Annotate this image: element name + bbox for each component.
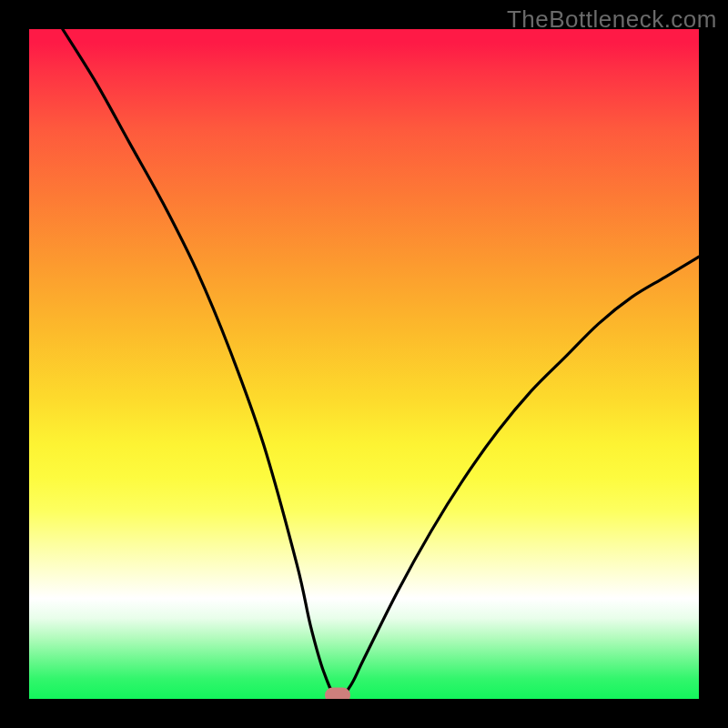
curve-svg bbox=[29, 29, 699, 699]
bottleneck-curve bbox=[63, 29, 699, 699]
optimal-point-marker bbox=[325, 688, 350, 700]
chart-container: { "watermark": "TheBottleneck.com", "col… bbox=[0, 0, 728, 728]
plot-area bbox=[29, 29, 699, 699]
watermark-text: TheBottleneck.com bbox=[507, 5, 717, 34]
